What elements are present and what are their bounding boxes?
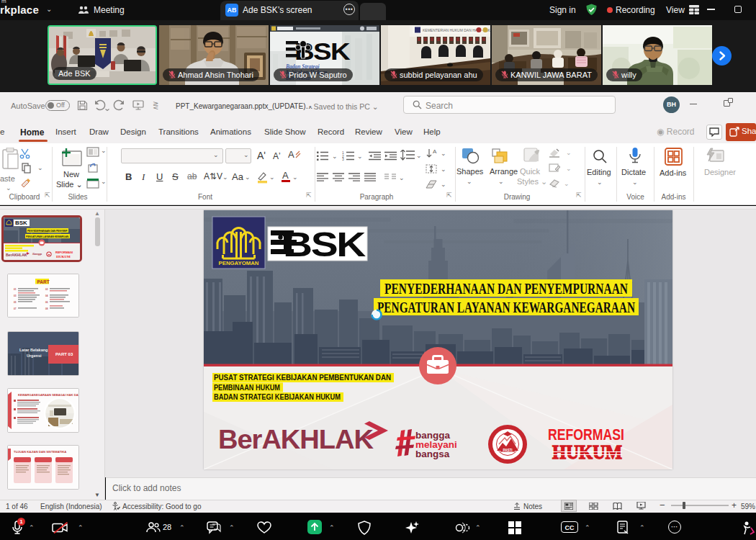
svg-text:06: 06 <box>45 301 48 304</box>
svg-text:PENYEDERHANAAN DAN PENYEMPURNA: PENYEDERHANAAN DAN PENYEMPURNAAN <box>384 280 628 297</box>
svg-text:PART 03: PART 03 <box>55 352 73 356</box>
svg-text:05: 05 <box>14 301 17 304</box>
svg-text:PUSAT STRATEGI KEBIJAKAN PEMBE: PUSAT STRATEGI KEBIJAKAN PEMBENTUKAN DAN <box>214 374 391 382</box>
svg-text:08: 08 <box>45 307 48 310</box>
svg-text:bangsa: bangsa <box>415 449 450 459</box>
svg-text:HUKUM: HUKUM <box>56 255 71 258</box>
svg-text:03: 03 <box>14 294 17 297</box>
svg-text:A: A <box>433 148 437 155</box>
svg-text:PENGAYOMAN: PENGAYOMAN <box>219 261 259 266</box>
svg-text:BerAKHLAK: BerAKHLAK <box>6 253 27 257</box>
svg-text:PEMBINAAN HUKUM: PEMBINAAN HUKUM <box>214 384 280 392</box>
svg-text:KEWARGANEGARAAN SEBAGAI HAK DA: KEWARGANEGARAAN SEBAGAI HAK DASAR <box>18 393 78 397</box>
svg-text:PART: PART <box>37 279 50 284</box>
svg-text:02: 02 <box>45 288 48 291</box>
svg-text:TUJUAN KAJIAN DAN SISTEMATIKA: TUJUAN KAJIAN DAN SISTEMATIKA <box>14 450 66 454</box>
svg-text:A: A <box>288 149 294 160</box>
svg-text:07: 07 <box>14 307 17 310</box>
svg-text:04: 04 <box>45 294 48 297</box>
svg-text:Urgensi: Urgensi <box>27 354 42 358</box>
svg-text:REFORMASI: REFORMASI <box>55 251 73 254</box>
svg-text:BerAKHLAK: BerAKHLAK <box>218 425 374 454</box>
svg-text:BADAN STRATEGI KEBIJAKAN HUKUM: BADAN STRATEGI KEBIJAKAN HUKUM <box>214 393 341 401</box>
svg-text:BSK: BSK <box>15 220 27 226</box>
svg-text:BSK: BSK <box>283 225 366 264</box>
svg-text:01: 01 <box>14 288 17 291</box>
svg-text:PASTI: PASTI <box>503 449 512 452</box>
svg-text:#bangga: #bangga <box>32 253 42 256</box>
svg-text:PENGATURAN LAYANAN KEWARGAN.: PENGATURAN LAYANAN KEWARGAN. <box>26 235 69 238</box>
svg-text:3: 3 <box>342 157 344 161</box>
svg-text:PENYEDERHANAAN DAN PENYEMP.: PENYEDERHANAAN DAN PENYEMP. <box>27 229 68 233</box>
svg-text:PENGATURAN LAYANAN KEWARGANEGA: PENGATURAN LAYANAN KEWARGANEGARAAN <box>377 299 635 316</box>
